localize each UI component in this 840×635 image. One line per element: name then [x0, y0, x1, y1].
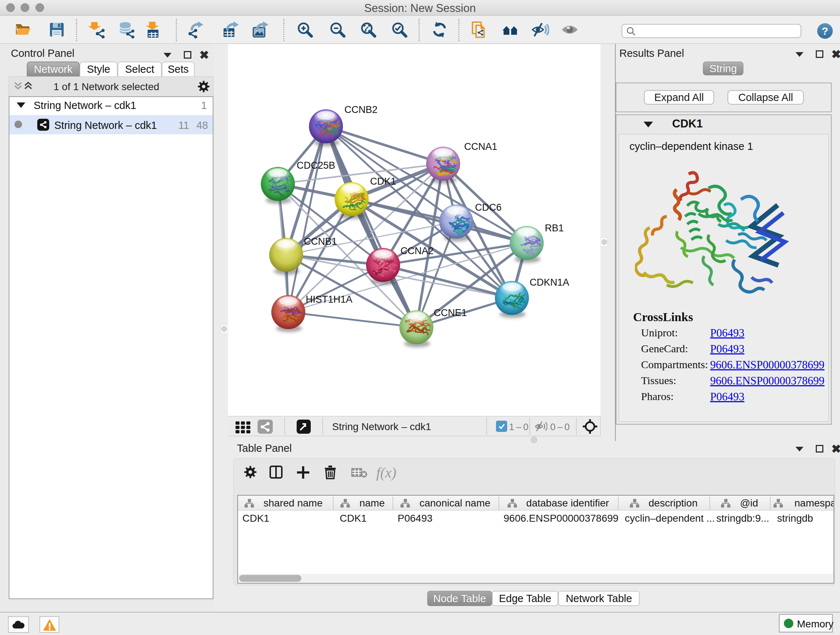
svg-text:CCNE1: CCNE1 — [434, 307, 467, 318]
svg-text:RB1: RB1 — [545, 223, 564, 233]
svg-text:CDK1: CDK1 — [370, 176, 396, 187]
svg-text:CDC6: CDC6 — [475, 202, 502, 213]
svg-text:CCNB2: CCNB2 — [344, 104, 378, 115]
svg-text:CCNB1: CCNB1 — [304, 236, 337, 247]
svg-text:HIST1H1A: HIST1H1A — [306, 294, 352, 305]
svg-text:CCNA2: CCNA2 — [401, 245, 434, 256]
svg-text:CDKN1A: CDKN1A — [530, 277, 569, 288]
svg-text:CCNA1: CCNA1 — [464, 141, 497, 152]
svg-text:CDC25B: CDC25B — [297, 160, 335, 171]
